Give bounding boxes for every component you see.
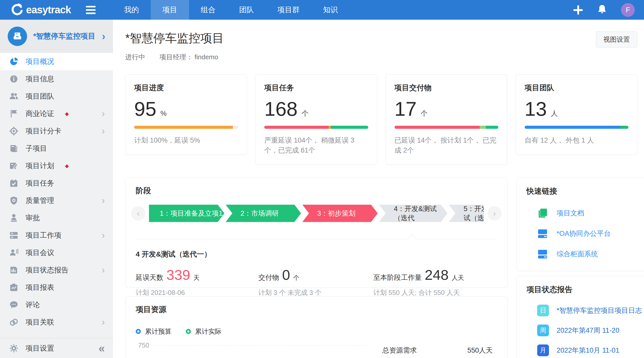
sidebar-item-info[interactable]: 项目信息 (0, 70, 113, 88)
sidebar-item-label: 项目状态报告 (26, 265, 68, 275)
card-caption: 已延误 14个， 按计划 1个， 已完成 2个 (395, 135, 498, 155)
sidebar-item-comments[interactable]: 评论 (0, 296, 113, 314)
status-reports-title: 项目状态报告 (526, 284, 644, 295)
card-caption: 自有 12 人， 外包 1 人 (525, 135, 628, 145)
sidebar-item-meetings[interactable]: 项目会议 (0, 244, 113, 261)
primary-nav: 我的 项目 组合 团队 项目群 知识 (112, 0, 350, 20)
card-deliverables[interactable]: 项目交付物 17 个 已延误 14个， 按计划 1个， 已完成 2个 (386, 74, 507, 165)
sidebar-item-plan[interactable]: 项目计划 ◆ (0, 157, 113, 175)
sidebar-item-reports[interactable]: 项目报表 (0, 279, 113, 296)
stage-detail-title: 4 开发&测试（迭代一） (136, 249, 497, 259)
sidebar-item-label: 评论 (26, 300, 40, 310)
nav-tab-my[interactable]: 我的 (112, 0, 151, 20)
legend-marker-icon (136, 329, 141, 334)
weekly-badge-icon: 周 (537, 325, 549, 336)
card-title: 项目团队 (525, 83, 628, 93)
monitor-icon (537, 249, 548, 259)
quick-link-docs[interactable]: 项目文档 (537, 208, 644, 218)
sidebar-footer-settings[interactable]: 项目设置 « (0, 338, 113, 358)
svg-text:750: 750 (138, 341, 149, 349)
nav-tab-project[interactable]: 项目 (151, 0, 189, 20)
link-icon (9, 318, 18, 327)
quick-link-counter-system[interactable]: 综合柜面系统 (537, 249, 644, 259)
nav-tab-program[interactable]: 项目群 (266, 0, 312, 20)
sidebar-item-label: 项目工作项 (26, 230, 61, 240)
stage-segment-4[interactable]: 4：开发&测试（迭代 (379, 205, 447, 222)
sidebar-project-header[interactable]: *智慧停车监控项目 › (0, 20, 113, 53)
manager-name: findemo (194, 53, 218, 61)
report-link-label: 2022年第10月 11-01 (557, 346, 619, 355)
resource-demand-label: 总资源需求 (382, 346, 417, 355)
view-settings-button[interactable]: 视图设置 (596, 31, 637, 48)
quick-link-oa[interactable]: *OA协同办公平台 (537, 228, 644, 239)
page-title: *智慧停车监控项目 (125, 30, 224, 46)
create-plus-icon[interactable] (573, 5, 583, 15)
notification-bell-icon[interactable] (596, 4, 608, 16)
stage-stat-workload: 至本阶段工作量 248 人天 计划 550 人天; 合计 550 人天 (373, 268, 497, 297)
sidebar-item-approval[interactable]: 审批 (0, 209, 113, 227)
sidebar-item-label: 项目概况 (26, 57, 54, 66)
project-meta: 进行中 项目经理： findemo (125, 53, 637, 62)
pie-chart-icon (9, 57, 18, 66)
quick-link-label: 项目文档 (557, 209, 584, 218)
card-caption: 计划 100%，延误 5% (134, 135, 238, 145)
stage-segment-3[interactable]: 3：初步策划 (302, 205, 378, 222)
progress-bar (525, 126, 628, 129)
stat-unit: 个 (293, 274, 299, 282)
sidebar-item-business-case[interactable]: 商业论证 ◆ › (0, 105, 113, 122)
sidebar-item-label: 项目信息 (26, 74, 54, 84)
stat-unit: 人天 (452, 274, 464, 282)
sidebar-item-scorecard[interactable]: 项目计分卡 › (0, 122, 113, 140)
stage-scroll-right-button[interactable]: › (487, 206, 502, 221)
avatar[interactable]: F (621, 3, 635, 17)
stat-label: 交付物 (258, 273, 279, 282)
nav-tab-knowledge[interactable]: 知识 (312, 0, 350, 20)
manager-label: 项目经理： (159, 53, 193, 61)
sidebar-item-subprojects[interactable]: 子项目 (0, 140, 113, 157)
nav-tab-portfolio[interactable]: 组合 (189, 0, 227, 20)
report-monthly[interactable]: 月 2022年第10月 11-01 (537, 344, 644, 356)
app-root: easytrack 我的 项目 组合 团队 项目群 知识 F (0, 0, 644, 358)
shield-icon (9, 196, 18, 205)
plan-edit-icon (9, 161, 18, 170)
alert-diamond-icon: ◆ (65, 111, 69, 117)
sidebar-item-overview[interactable]: 项目概况 (0, 53, 113, 70)
sidebar-item-team[interactable]: 项目团队 (0, 88, 113, 105)
report-daily[interactable]: 日 *智慧停车监控项目项目日志 … (537, 305, 644, 316)
progress-bar (134, 126, 238, 129)
stages-title: 阶段 (125, 186, 507, 196)
sidebar-item-label: 审批 (26, 213, 40, 223)
stat-value: 248 (425, 268, 448, 282)
chevron-right-icon: › (102, 126, 105, 136)
sidebar-item-work-items[interactable]: 项目工作项 › (0, 227, 113, 244)
brand-swoosh-icon (10, 3, 24, 17)
legend-budget[interactable]: 累计预算 (136, 327, 171, 336)
report-weekly[interactable]: 周 2022年第47周 11-20 (537, 325, 644, 336)
card-team[interactable]: 项目团队 13 人 自有 12 人， 外包 1 人 (516, 74, 637, 155)
sidebar-footer-label: 项目设置 (26, 343, 54, 353)
hamburger-menu-icon[interactable] (86, 6, 98, 14)
stage-scroll-left-button[interactable]: ‹ (131, 206, 145, 221)
card-progress[interactable]: 项目进度 95 % 计划 100%，延误 5% (125, 74, 247, 155)
chevron-right-icon: › (102, 318, 105, 327)
sidebar-item-quality[interactable]: 质量管理 › (0, 192, 113, 209)
nav-tab-team[interactable]: 团队 (227, 0, 266, 20)
sidebar-item-status-reports[interactable]: 项目状态报告 › (0, 261, 113, 279)
legend-actual[interactable]: 累计实际 (186, 327, 222, 336)
work-items-icon (9, 231, 18, 240)
quick-link-label: *OA协同办公平台 (557, 229, 611, 238)
stat-sub: 计划 3 个 未完成 3 个 (258, 288, 373, 297)
sidebar-item-links[interactable]: 项目关联 › (0, 314, 113, 331)
stage-segment-5[interactable]: 5：开发&测试（迭代 (449, 205, 484, 222)
resource-demand-value: 550人天 (467, 346, 493, 355)
card-tasks[interactable]: 项目任务 168 个 严重延误 104个， 稍微延误 3个，已完成 61个 (255, 74, 377, 165)
sidebar-item-label: 项目任务 (26, 178, 54, 188)
collapse-sidebar-icon[interactable]: « (99, 343, 105, 354)
task-check-icon (9, 179, 18, 188)
stage-segment-2[interactable]: 2：市场调研 (226, 205, 301, 222)
sidebar-item-tasks[interactable]: 项目任务 (0, 175, 113, 192)
brand-logo[interactable]: easytrack (10, 3, 71, 17)
report-chart-icon (9, 283, 18, 292)
stage-segment-1[interactable]: 1：项目准备及立项1 (149, 205, 224, 222)
progress-bar (395, 126, 498, 129)
